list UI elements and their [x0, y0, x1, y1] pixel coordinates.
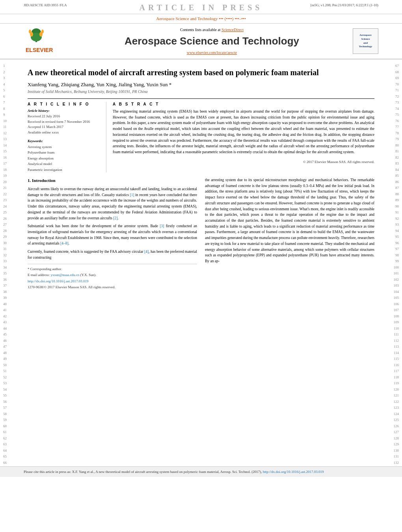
line-number: 53 — [3, 381, 20, 387]
cite-text: Please cite this article in press as: X.… — [24, 470, 262, 474]
line-number: 12 — [3, 131, 20, 137]
line-number: 2 — [3, 70, 20, 76]
ref-3[interactable]: [3] — [160, 224, 164, 228]
line-number: 95 — [382, 234, 399, 241]
received-date: Received 22 July 2016 — [28, 114, 101, 119]
body-col-right: the arresting system due to its special … — [205, 177, 374, 291]
line-number: 43 — [3, 320, 20, 326]
line-number: 98 — [382, 253, 399, 259]
line-number: 76 — [382, 119, 399, 125]
line-number: 92 — [382, 216, 399, 222]
line-number: 37 — [3, 283, 20, 289]
line-number: 36 — [3, 277, 20, 284]
line-number: 130 — [382, 448, 399, 454]
keyword-2: Polyurethane foam — [28, 150, 101, 155]
line-number: 16 — [3, 155, 20, 161]
footnote-doi: http://dx.doi.org/10.1016/j.ast.2017.03.… — [28, 279, 197, 284]
line-number: 91 — [382, 210, 399, 216]
intro-para-3: Currently, foamed concrete, which is sug… — [28, 249, 197, 260]
line-number: 104 — [382, 289, 399, 296]
line-number: 81 — [382, 149, 399, 155]
line-number: 14 — [3, 143, 20, 149]
line-number: 31 — [3, 247, 20, 253]
line-number: 78 — [382, 131, 399, 137]
line-number: 68 — [382, 70, 399, 76]
line-number: 113 — [382, 344, 399, 350]
line-number: 30 — [3, 241, 20, 247]
line-number: 101 — [382, 271, 399, 277]
ref-4-8[interactable]: [4–8] — [60, 241, 69, 245]
line-number: 122 — [382, 399, 399, 406]
fn-corresponding-label: * Corresponding author. — [28, 267, 62, 271]
line-number: 85 — [382, 173, 399, 180]
ref-2[interactable]: [2] — [113, 216, 117, 220]
line-number: 99 — [382, 259, 399, 265]
line-number: 13 — [3, 137, 20, 143]
line-number: 82 — [382, 155, 399, 161]
main-content: A new theoretical model of aircraft arre… — [20, 59, 382, 466]
footnotes: * Corresponding author. E-mail address: … — [28, 264, 197, 290]
line-number: 116 — [382, 363, 399, 369]
line-number: 108 — [382, 314, 399, 320]
line-number: 88 — [382, 192, 399, 198]
info-abstract-section: A R T I C L E I N F O Article history: R… — [28, 98, 374, 172]
ref-4b[interactable]: [4] — [144, 250, 149, 254]
line-number: 132 — [382, 460, 399, 467]
line-number: 18 — [3, 167, 20, 174]
line-number: 28 — [3, 228, 20, 235]
line-number: 21 — [3, 185, 20, 192]
journal-url-link[interactable]: www.elsevier.com/locate/aescte — [187, 50, 237, 55]
line-number: 40 — [3, 302, 20, 308]
abstract-col: A B S T R A C T The engineering material… — [113, 102, 374, 172]
line-number: 38 — [3, 289, 20, 296]
line-number: 19 — [3, 173, 20, 180]
fn-email-name: (Y.X. Sun). — [80, 273, 97, 277]
keyword-4: Analytical model — [28, 161, 101, 167]
page-layout: 1234567891011121314151617181920212223242… — [0, 59, 402, 466]
footnote-issn: 1270-9638/© 2017 Elsevier Masson SAS. Al… — [28, 285, 197, 290]
line-number: 119 — [382, 381, 399, 387]
line-number: 121 — [382, 393, 399, 399]
authors-line: Xianfeng Yang, Zhiqiang Zhang, Yun Xing,… — [28, 82, 374, 88]
journal-series-link[interactable]: Aerospace Science and Technology ••• (••… — [156, 16, 246, 21]
elsevier-logo: ELSEVIER — [24, 28, 71, 55]
keywords-label: Keywords: — [28, 139, 101, 143]
line-number: 97 — [382, 247, 399, 253]
fn-email-link[interactable]: yxsun@nuaa.edu.cn — [50, 273, 79, 277]
line-number: 73 — [382, 100, 399, 106]
history-label: Article history: — [28, 109, 101, 113]
line-number: 48 — [3, 350, 20, 357]
ast-logo-line2: Science — [359, 37, 372, 41]
line-number: 7 — [3, 100, 20, 106]
line-number: 46 — [3, 338, 20, 345]
keyword-1: Arresting system — [28, 144, 101, 150]
line-number: 34 — [3, 265, 20, 271]
line-number: 59 — [3, 417, 20, 424]
line-number: 58 — [3, 412, 20, 418]
line-number: 45 — [3, 332, 20, 338]
line-number: 1 — [3, 63, 20, 70]
line-number: 67 — [382, 63, 399, 70]
ast-logo-line4: Technology — [359, 45, 372, 49]
line-number: 15 — [3, 149, 20, 155]
introduction-title: 1. Introduction — [28, 177, 197, 184]
cite-doi-link[interactable]: http://dx.doi.org/10.1016/j.ast.2017.03.… — [263, 470, 324, 474]
line-number: 61 — [3, 430, 20, 436]
line-numbers-left: 1234567891011121314151617181920212223242… — [0, 59, 20, 466]
footnote-email: E-mail address: yxsun@nuaa.edu.cn (Y.X. … — [28, 272, 197, 278]
sciencedirect-link[interactable]: ScienceDirect — [221, 28, 244, 32]
cite-bar: Please cite this article in press as: X.… — [0, 466, 402, 477]
line-number: 25 — [3, 210, 20, 216]
meta-left: JID:AESCTE AID:3955 /FLA — [24, 3, 67, 7]
copyright-line: © 2017 Elsevier Masson SAS. All rights r… — [113, 158, 374, 164]
fn-doi-link[interactable]: http://dx.doi.org/10.1016/j.ast.2017.03.… — [28, 279, 89, 283]
ref-1[interactable]: [1] — [130, 193, 134, 197]
line-number: 115 — [382, 356, 399, 363]
ast-logo-line3: and — [359, 41, 372, 45]
revised-date: Received in revised form 7 November 2016 — [28, 119, 101, 125]
line-number: 23 — [3, 198, 20, 204]
line-number: 100 — [382, 265, 399, 271]
line-number: 60 — [3, 424, 20, 430]
contents-text: Contents lists available at — [180, 28, 221, 32]
line-number: 63 — [3, 442, 20, 448]
